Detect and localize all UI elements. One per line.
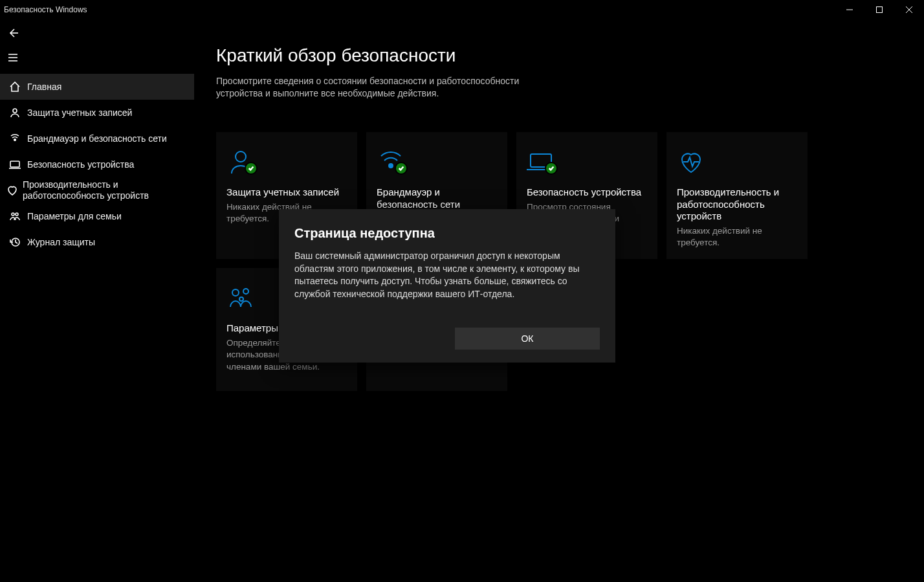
heart-icon [5, 185, 20, 196]
card-title: Брандмауэр и безопасность сети [377, 186, 497, 211]
dialog-title: Страница недоступна [294, 226, 600, 241]
sidebar-item-label: Главная [25, 82, 61, 93]
history-icon [5, 236, 25, 248]
family-icon [5, 210, 25, 222]
titlebar: Безопасность Windows [0, 0, 924, 19]
sidebar-item-label: Безопасность устройства [25, 159, 134, 170]
svg-point-12 [12, 213, 14, 216]
svg-point-19 [232, 289, 239, 296]
svg-point-9 [14, 139, 16, 141]
back-button[interactable] [0, 21, 26, 45]
account-icon [5, 107, 25, 118]
sidebar-item-label: Производительность и работоспособность у… [20, 179, 194, 201]
page-subtitle: Просмотрите сведения о состоянии безопас… [216, 75, 553, 100]
svg-point-20 [243, 289, 248, 294]
heart-pulse-icon [677, 148, 705, 176]
firewall-icon [5, 133, 25, 144]
card-title: Безопасность устройства [527, 186, 647, 199]
svg-point-15 [236, 151, 246, 162]
svg-point-16 [389, 164, 393, 168]
hamburger-button[interactable] [0, 45, 26, 70]
sidebar-item-label: Параметры для семьи [25, 211, 122, 222]
sidebar-item-label: Брандмауэр и безопасность сети [25, 133, 167, 144]
svg-point-21 [239, 297, 243, 301]
dialog-ok-button[interactable]: ОК [455, 328, 600, 350]
sidebar: Главная Защита учетных записей Брандмауэ… [0, 19, 194, 582]
close-button[interactable] [894, 0, 924, 19]
card-title: Защита учетных записей [226, 186, 347, 199]
sidebar-item-label: Защита учетных записей [25, 107, 132, 118]
svg-point-8 [13, 109, 17, 113]
sidebar-item-firewall[interactable]: Брандмауэр и безопасность сети [0, 126, 194, 151]
status-ok-badge [545, 162, 558, 175]
status-ok-badge [395, 162, 408, 175]
status-ok-badge [245, 162, 258, 175]
minimize-button[interactable] [835, 0, 864, 19]
dialog-page-unavailable: Страница недоступна Ваш системный админи… [279, 209, 615, 363]
svg-rect-1 [877, 7, 883, 13]
card-desc: Никаких действий не требуется. [677, 225, 797, 249]
sidebar-item-family[interactable]: Параметры для семьи [0, 203, 194, 229]
sidebar-item-protection-history[interactable]: Журнал защиты [0, 229, 194, 255]
card-title: Производительность и работоспособность у… [677, 186, 797, 223]
family-icon [226, 284, 255, 312]
svg-rect-10 [10, 161, 19, 167]
sidebar-item-device-security[interactable]: Безопасность устройства [0, 151, 194, 177]
window-title: Безопасность Windows [0, 5, 87, 14]
sidebar-item-account-protection[interactable]: Защита учетных записей [0, 100, 194, 126]
card-performance[interactable]: Производительность и работоспособность у… [666, 132, 808, 260]
maximize-button[interactable] [864, 0, 894, 19]
sidebar-item-label: Журнал защиты [25, 237, 95, 248]
page-title: Краткий обзор безопасности [216, 45, 902, 66]
device-icon [5, 159, 25, 170]
sidebar-item-home[interactable]: Главная [0, 74, 194, 100]
sidebar-item-performance[interactable]: Производительность и работоспособность у… [0, 177, 194, 203]
dialog-body: Ваш системный администратор ограничил до… [294, 250, 600, 300]
home-icon [5, 81, 25, 93]
svg-point-13 [16, 213, 18, 216]
